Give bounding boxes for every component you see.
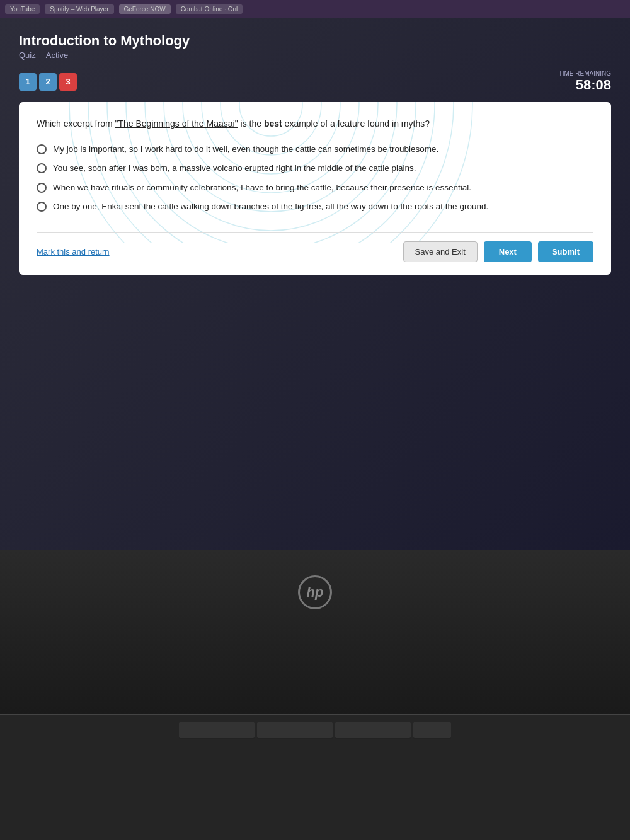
answer-option-c[interactable]: When we have rituals or community celebr… xyxy=(37,181,593,194)
page-subtitle: Quiz Active xyxy=(19,50,611,60)
radio-b[interactable] xyxy=(37,163,47,173)
submit-button[interactable]: Submit xyxy=(538,241,593,262)
card-footer: Mark this and return Save and Exit Next … xyxy=(37,232,593,262)
quiz-label: Quiz xyxy=(19,50,36,60)
key-spacebar-3 xyxy=(335,722,411,739)
tab-geforce[interactable]: GeForce NOW xyxy=(119,4,171,14)
footer-buttons: Save and Exit Next Submit xyxy=(403,241,593,262)
browser-bar: YouTube Spotify – Web Player GeForce NOW… xyxy=(0,0,630,18)
question-post: is the xyxy=(238,118,264,129)
question-num-3[interactable]: 3 xyxy=(59,73,77,91)
hp-logo-circle: hp xyxy=(298,575,332,609)
next-button[interactable]: Next xyxy=(484,241,532,262)
quiz-card: Which excerpt from "The Beginnings of th… xyxy=(19,102,611,275)
mark-return-link[interactable]: Mark this and return xyxy=(37,247,110,256)
question-source: "The Beginnings of the Maasai" xyxy=(115,118,238,129)
keyboard-area xyxy=(0,714,630,840)
answer-option-a[interactable]: My job is important, so I work hard to d… xyxy=(37,143,593,156)
answer-option-b[interactable]: You see, soon after I was born, a massiv… xyxy=(37,162,593,175)
timer-box: TIME REMAINING 58:08 xyxy=(559,70,611,93)
key-spacebar-2 xyxy=(257,722,333,739)
key-spacebar xyxy=(179,722,255,739)
save-exit-button[interactable]: Save and Exit xyxy=(403,241,478,262)
status-badge: Active xyxy=(46,50,68,60)
page-title: Introduction to Mythology xyxy=(19,33,611,49)
answer-text-a: My job is important, so I work hard to d… xyxy=(53,143,438,156)
tab-combat[interactable]: Combat Online · Onl xyxy=(176,4,243,14)
question-text: Which excerpt from "The Beginnings of th… xyxy=(37,117,593,130)
question-emphasis: best xyxy=(264,118,282,129)
question-end: example of a feature found in myths? xyxy=(282,118,430,129)
radio-d[interactable] xyxy=(37,202,47,212)
answer-options: My job is important, so I work hard to d… xyxy=(37,143,593,213)
answer-text-b: You see, soon after I was born, a massiv… xyxy=(53,162,416,175)
answer-option-d[interactable]: One by one, Enkai sent the cattle walkin… xyxy=(37,200,593,213)
hp-logo: hp xyxy=(298,575,332,609)
question-numbers: 1 2 3 xyxy=(19,73,77,91)
answer-text-d: One by one, Enkai sent the cattle walkin… xyxy=(53,200,488,213)
radio-a[interactable] xyxy=(37,144,47,154)
laptop-bottom: hp xyxy=(0,550,630,714)
timer-value: 58:08 xyxy=(559,77,611,93)
tab-spotify[interactable]: Spotify – Web Player xyxy=(45,4,113,14)
screen-area: Introduction to Mythology Quiz Active 1 … xyxy=(0,18,630,550)
answer-text-c: When we have rituals or community celebr… xyxy=(53,181,471,194)
nav-row: 1 2 3 TIME REMAINING 58:08 xyxy=(19,70,611,93)
question-pre: Which excerpt from xyxy=(37,118,115,129)
tab-youtube[interactable]: YouTube xyxy=(5,4,40,14)
key-group-1 xyxy=(179,722,451,739)
question-num-1[interactable]: 1 xyxy=(19,73,37,91)
question-num-2[interactable]: 2 xyxy=(39,73,57,91)
timer-label: TIME REMAINING xyxy=(559,70,611,77)
radio-c[interactable] xyxy=(37,183,47,193)
key-misc xyxy=(413,722,451,739)
